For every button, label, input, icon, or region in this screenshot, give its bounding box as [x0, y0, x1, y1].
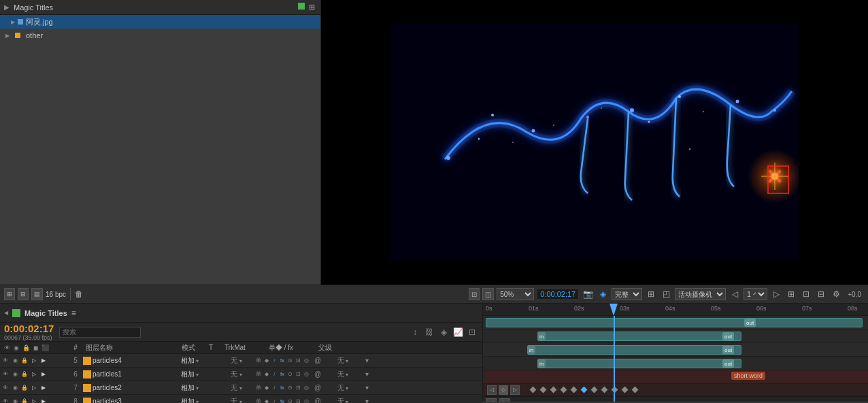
expand-icon-7[interactable]: ▶ — [39, 384, 48, 392]
layer-row-8[interactable]: 👁 ◉ 🔒 ▷ ▶ 8 particles3 相加 ▾ 无 ▾ 单◆/fx ⊙⊡… — [0, 395, 482, 403]
out-btn-5[interactable]: out — [744, 319, 756, 327]
in-btn-7[interactable]: in — [527, 346, 535, 354]
expand-7[interactable]: ▾ — [360, 384, 373, 391]
toolbar-view-btn[interactable]: ▤ — [31, 288, 43, 300]
kf-7[interactable] — [591, 387, 598, 393]
out-btn-7[interactable]: out — [722, 346, 734, 354]
safe-icon[interactable]: ⊟ — [815, 288, 827, 300]
kf-8[interactable] — [601, 387, 608, 393]
ripple-icon[interactable]: ↕ — [409, 326, 421, 338]
timeline-timecode[interactable]: 0:00:02:17 — [4, 323, 54, 334]
link-icon[interactable]: ⛓ — [423, 326, 435, 338]
color-box-6 — [83, 370, 91, 378]
kf-6[interactable] — [581, 387, 588, 393]
lock-toggle-5[interactable]: 🔒 — [20, 357, 29, 365]
track-rows: out in out in out in out short wo — [483, 316, 868, 396]
svg-point-22 — [689, 148, 691, 150]
toolbar-panel-btn[interactable]: ⊟ — [18, 288, 29, 300]
in-btn-6[interactable]: in — [537, 332, 546, 340]
eye-toggle-6[interactable]: 👁 — [1, 370, 10, 378]
eye-toggle-7[interactable]: 👁 — [1, 384, 10, 392]
kf-9[interactable] — [612, 387, 618, 393]
quality-select[interactable]: 完整 1/2 — [612, 288, 642, 300]
solo-toggle-6[interactable]: ◉ — [11, 370, 19, 378]
layer-search[interactable] — [59, 327, 141, 338]
track-5[interactable]: out — [483, 316, 868, 329]
layer-row-7[interactable]: 👁 ◉ 🔒 ▷ ▶ 7 particles2 相加 ▾ 无 ▾ 单◆/fx ⊙⊡… — [0, 381, 482, 395]
svg-point-2 — [491, 114, 494, 116]
kf-3[interactable] — [550, 387, 557, 393]
options-icon[interactable]: ⊞ — [307, 3, 316, 12]
kf-add-btn[interactable]: ◇ — [499, 385, 508, 395]
out-btn-6[interactable]: out — [722, 332, 734, 340]
solo-toggle-8[interactable]: ◉ — [11, 398, 19, 404]
expand-8[interactable]: ▾ — [360, 398, 373, 403]
separator-1 — [70, 288, 71, 300]
project-item-folder[interactable]: ▶ other — [0, 29, 320, 42]
expand-icon-8[interactable]: ▶ — [39, 398, 48, 404]
mode-7[interactable]: 相加 ▾ — [173, 383, 207, 393]
solo-toggle-5[interactable]: ◉ — [11, 357, 19, 365]
comp-menu-icon[interactable]: ≡ — [71, 308, 76, 318]
gear-icon[interactable]: ⚙ — [830, 288, 842, 300]
zoom-select[interactable]: 50% 100% 25% — [497, 288, 534, 300]
svg-point-4 — [586, 116, 589, 118]
grid-icon[interactable]: ⊞ — [785, 288, 797, 300]
layer-rows: 👁 ◉ 🔒 ▷ ▶ 5 particles4 相加 ▾ 无 ▾ 单◆/fx ⊙⊡… — [0, 354, 482, 403]
cam-right-icon[interactable]: ▷ — [770, 288, 782, 300]
camera-icon[interactable]: 📷 — [582, 288, 594, 300]
track-8[interactable]: in out — [483, 357, 868, 370]
mode-5[interactable]: 相加 ▾ — [173, 356, 207, 366]
svg-point-17 — [553, 125, 554, 126]
kf-10[interactable] — [622, 387, 629, 393]
green-indicator — [298, 3, 305, 10]
ruler-7s: 07s — [802, 305, 812, 312]
marker-icon[interactable]: ◈ — [437, 326, 450, 338]
layer-row-5[interactable]: 👁 ◉ 🔒 ▷ ▶ 5 particles4 相加 ▾ 无 ▾ 单◆/fx ⊙⊡… — [0, 354, 482, 368]
lock-toggle-6[interactable]: 🔒 — [20, 370, 29, 378]
cam-left-icon[interactable]: ◁ — [729, 288, 741, 300]
project-item-image[interactable]: ▶ 阿灵.jpg — [0, 15, 320, 29]
track-bar-6 — [537, 332, 741, 341]
ruler-0s: 0s — [486, 305, 493, 312]
kf-prev-btn[interactable]: ◁ — [487, 385, 497, 395]
expand-6[interactable]: ▾ — [360, 370, 373, 378]
eye-toggle-5[interactable]: 👁 — [1, 357, 10, 365]
col-name-header: 图层名称 — [83, 343, 171, 353]
alpha-icon[interactable]: ◰ — [660, 288, 672, 300]
kf-5[interactable] — [571, 387, 578, 393]
track-9[interactable]: short word — [483, 370, 868, 384]
track-7[interactable]: in out — [483, 343, 868, 357]
kf-2[interactable] — [540, 387, 547, 393]
camera-select[interactable]: 活动摄像机 — [675, 288, 726, 300]
nav-play-btn[interactable]: ▷ — [499, 398, 510, 402]
in-btn-8[interactable]: in — [537, 359, 546, 368]
region-icon[interactable]: ⊞ — [645, 288, 657, 300]
count-select[interactable]: 1 个... — [744, 288, 767, 300]
lock-toggle-8[interactable]: 🔒 — [20, 398, 29, 404]
guide-icon[interactable]: ⊡ — [800, 288, 812, 300]
eye-toggle-8[interactable]: 👁 — [1, 398, 10, 404]
color-icon[interactable]: ◈ — [597, 288, 609, 300]
mode-8[interactable]: 相加 ▾ — [173, 397, 207, 404]
expand-icon-6[interactable]: ▶ — [39, 370, 48, 378]
track-6[interactable]: in out — [483, 329, 868, 343]
mode-6[interactable]: 相加 ▾ — [173, 370, 207, 379]
trash-button[interactable]: 🗑 — [75, 289, 83, 299]
out-btn-8[interactable]: out — [722, 359, 734, 368]
kf-11[interactable] — [632, 387, 639, 393]
lock-toggle-7[interactable]: 🔒 — [20, 384, 29, 392]
kf-4[interactable] — [561, 387, 567, 393]
kf-next-btn[interactable]: ▷ — [510, 385, 520, 395]
expand-icon-5[interactable]: ▶ — [39, 357, 48, 365]
toolbar-grid-btn[interactable]: ⊞ — [4, 288, 15, 300]
expand-5[interactable]: ▾ — [360, 357, 373, 364]
kf-1[interactable] — [530, 387, 537, 393]
toolbar-mask-btn[interactable]: ◫ — [482, 288, 494, 300]
graph-icon[interactable]: 📈 — [452, 326, 464, 338]
layer-row-6[interactable]: 👁 ◉ 🔒 ▷ ▶ 6 particles1 相加 ▾ 无 ▾ 单◆/fx ⊙⊡… — [0, 368, 482, 381]
nav-prev-btn[interactable]: ◁ — [486, 398, 497, 402]
solo-toggle-7[interactable]: ◉ — [11, 384, 19, 392]
toolbar-snap-btn[interactable]: ⊡ — [469, 288, 480, 300]
snap-tl-icon[interactable]: ⊡ — [466, 326, 478, 338]
